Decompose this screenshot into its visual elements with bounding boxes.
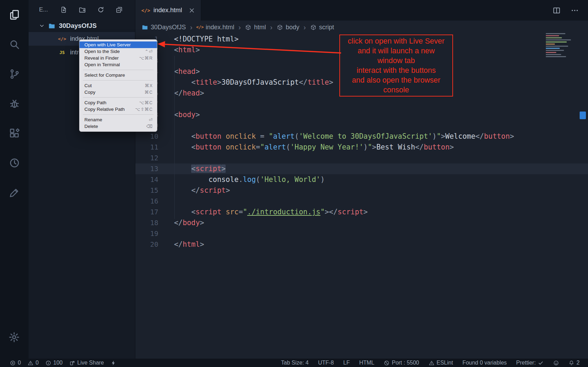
code-line-8[interactable]: 8<body> — [135, 109, 588, 120]
status-lightning-icon[interactable] — [111, 360, 116, 366]
history-icon[interactable] — [9, 157, 20, 169]
tab-index-html[interactable]: </> index.html — [135, 0, 201, 21]
port-icon — [384, 360, 390, 366]
menu-item-copy-path[interactable]: Copy Path⌥⌘C — [80, 99, 157, 106]
code-line-19[interactable]: 19 — [135, 228, 588, 239]
line-number: 18 — [135, 217, 158, 228]
menu-item-rename[interactable]: Rename⏎ — [80, 116, 157, 123]
line-content: <button onclick = "alert('Welcome to 30D… — [174, 131, 514, 142]
code-line-14[interactable]: 14 console.log('Hello, World') — [135, 174, 588, 185]
status-smiley-icon[interactable] — [553, 360, 559, 366]
new-folder-icon[interactable] — [78, 6, 86, 14]
smiley-icon — [553, 360, 559, 366]
html-file-icon: </> — [197, 24, 203, 31]
code-line-16[interactable]: 16 — [135, 196, 588, 207]
symbol-icon — [245, 24, 251, 31]
refresh-icon[interactable] — [97, 6, 105, 14]
collapse-all-icon[interactable] — [115, 6, 123, 14]
menu-item-copy[interactable]: Copy⌘C — [80, 89, 157, 95]
more-actions-icon[interactable] — [571, 6, 579, 15]
line-content: <script src="./introduction.js"></script… — [174, 207, 368, 217]
code-line-18[interactable]: 18</body> — [135, 217, 588, 228]
line-number: 20 — [135, 239, 158, 250]
folder-icon — [48, 22, 55, 30]
breadcrumb-item-html[interactable]: html — [245, 24, 266, 31]
line-number: 19 — [135, 228, 158, 239]
status-lf[interactable]: LF — [343, 360, 350, 366]
annotation-line: console — [340, 85, 452, 95]
minimap[interactable] — [546, 33, 578, 58]
html-file-icon: </> — [58, 36, 66, 42]
code-line-13[interactable]: 13 <script> — [135, 163, 588, 174]
code-line-12[interactable]: 12 — [135, 153, 588, 163]
breadcrumb-item-index-html[interactable]: </>index.html — [197, 24, 234, 31]
line-content: console.log('Hello, World') — [174, 174, 325, 185]
activity-bar — [0, 0, 29, 359]
status-eslint[interactable]: ESLint — [429, 360, 453, 366]
files-icon[interactable] — [9, 9, 20, 21]
line-number: 14 — [135, 174, 158, 185]
status-bar: 00100Live Share Tab Size: 4UTF-8LFHTMLPo… — [0, 359, 588, 367]
root-folder-label: 30DaysOfJS — [59, 22, 97, 30]
error-icon — [10, 360, 16, 366]
menu-item-select-for-compare[interactable]: Select for Compare — [80, 72, 157, 78]
menu-separator — [83, 114, 153, 115]
status-0[interactable]: 0 — [10, 360, 21, 366]
context-menu: Open with Live ServerOpen to the Side⌃⏎R… — [79, 39, 157, 132]
code-line-10[interactable]: 10 <button onclick = "alert('Welcome to … — [135, 131, 588, 142]
breadcrumb-item-body[interactable]: body — [277, 24, 299, 31]
menu-separator — [83, 97, 153, 98]
status-utf-8[interactable]: UTF-8 — [318, 360, 334, 366]
code-line-11[interactable]: 11 <button onclick="alert('Happy New Yea… — [135, 142, 588, 153]
new-file-icon[interactable] — [60, 6, 68, 14]
status-100[interactable]: 100 — [45, 360, 63, 366]
debug-icon[interactable] — [9, 98, 20, 109]
line-content: <html> — [174, 45, 200, 55]
menu-item-open-to-the-side[interactable]: Open to the Side⌃⏎ — [80, 48, 157, 55]
extensions-icon[interactable] — [9, 128, 20, 139]
line-content: <title>30DaysOfJavaScript</title> — [174, 77, 333, 88]
status-live-share[interactable]: Live Share — [69, 360, 104, 366]
breadcrumb-item-30daysofjs[interactable]: 30DaysOfJS — [142, 24, 186, 31]
symbol-icon — [277, 24, 283, 31]
menu-shortcut: ⌘C — [144, 90, 153, 95]
menu-item-delete[interactable]: Delete⌫ — [80, 123, 157, 130]
search-icon[interactable] — [9, 39, 20, 50]
status-tab-size-4[interactable]: Tab Size: 4 — [281, 360, 309, 366]
status-port-5500[interactable]: Port : 5500 — [384, 360, 419, 366]
eslint-warning-icon — [429, 360, 435, 366]
status-prettier[interactable]: Prettier: — [516, 360, 544, 366]
menu-item-cut[interactable]: Cut⌘X — [80, 82, 157, 89]
code-line-9[interactable]: 9 — [135, 120, 588, 131]
sidebar-item-root-folder[interactable]: 30DaysOfJS — [29, 20, 135, 32]
line-content: </script> — [174, 185, 230, 196]
code-line-15[interactable]: 15 </script> — [135, 185, 588, 196]
status-2[interactable]: 2 — [568, 360, 580, 366]
scrollbar-marker[interactable] — [580, 112, 586, 119]
breadcrumb: 30DaysOfJS›</>index.html›html›body›scrip… — [135, 21, 588, 34]
breadcrumb-label: index.html — [206, 24, 234, 31]
settings-gear-icon[interactable] — [8, 331, 20, 343]
menu-item-open-in-terminal[interactable]: Open in Terminal — [80, 61, 157, 68]
check-icon — [538, 360, 544, 366]
source-control-icon[interactable] — [9, 68, 20, 80]
split-editor-icon[interactable] — [552, 6, 561, 15]
line-content: <head> — [174, 66, 200, 77]
status-0[interactable]: 0 — [28, 360, 39, 366]
warning-icon — [28, 360, 33, 366]
breadcrumb-label: script — [319, 24, 334, 31]
status-html[interactable]: HTML — [359, 360, 375, 366]
feedback-icon[interactable] — [9, 187, 20, 198]
menu-item-open-with-live-server[interactable]: Open with Live Server — [80, 41, 157, 48]
status-found-0-variables[interactable]: Found 0 variables — [462, 360, 507, 366]
breadcrumb-separator: › — [270, 23, 272, 31]
annotation-line: window tab — [340, 56, 452, 66]
menu-separator — [83, 80, 153, 81]
close-icon[interactable] — [188, 7, 195, 14]
code-line-17[interactable]: 17 <script src="./introduction.js"></scr… — [135, 207, 588, 217]
code-line-7[interactable]: 7 — [135, 99, 588, 109]
menu-item-reveal-in-finder[interactable]: Reveal in Finder⌥⌘R — [80, 55, 157, 61]
menu-item-copy-relative-path[interactable]: Copy Relative Path⌥⇧⌘C — [80, 106, 157, 113]
breadcrumb-item-script[interactable]: script — [310, 24, 334, 31]
code-line-20[interactable]: 20</html> — [135, 239, 588, 250]
